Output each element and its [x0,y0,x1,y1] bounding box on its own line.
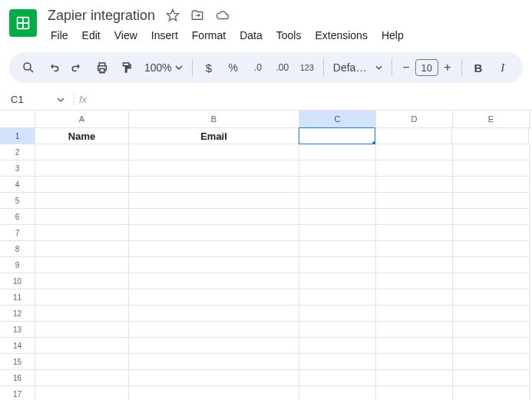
cell-C13[interactable] [299,322,376,338]
name-box-dropdown-icon[interactable] [52,96,69,104]
cell-B1[interactable]: Email [129,128,299,144]
cell-A1[interactable]: Name [35,128,129,144]
row-header-16[interactable]: 16 [0,370,35,386]
cell-E2[interactable] [453,144,530,160]
cell-C15[interactable] [299,354,376,370]
cell-D10[interactable] [376,273,453,289]
cell-A5[interactable] [35,193,129,209]
row-header-9[interactable]: 9 [0,257,35,273]
cell-B2[interactable] [129,144,299,160]
cell-E14[interactable] [453,338,530,354]
cell-B13[interactable] [129,322,299,338]
column-header-E[interactable]: E [453,111,530,127]
cell-D16[interactable] [376,370,453,386]
cell-D11[interactable] [376,289,453,306]
row-header-17[interactable]: 17 [0,386,35,400]
search-icon[interactable] [17,56,40,79]
cell-D3[interactable] [376,160,453,177]
column-header-A[interactable]: A [35,111,129,127]
cell-E15[interactable] [453,354,530,370]
cell-D8[interactable] [376,241,453,257]
cell-A9[interactable] [35,257,129,273]
font-size-input[interactable] [415,59,438,76]
cell-B7[interactable] [129,225,299,241]
more-formats-icon[interactable]: 123 [296,56,319,79]
menu-insert[interactable]: Insert [145,26,184,45]
cell-E8[interactable] [453,241,530,257]
cell-E3[interactable] [453,160,530,177]
cell-A6[interactable] [35,209,129,225]
menu-extensions[interactable]: Extensions [309,26,373,45]
cell-B14[interactable] [129,338,299,354]
row-header-10[interactable]: 10 [0,273,35,289]
formula-input[interactable] [91,89,532,110]
zoom-select[interactable]: 100% [140,61,187,74]
cell-E4[interactable] [453,177,530,193]
cell-D1[interactable] [375,128,452,144]
row-header-3[interactable]: 3 [0,160,35,177]
cell-A14[interactable] [35,338,129,354]
cell-B9[interactable] [129,257,299,273]
cell-C5[interactable] [299,193,376,209]
cell-E17[interactable] [453,386,530,400]
cell-A3[interactable] [35,160,129,177]
cell-E12[interactable] [453,306,530,322]
cell-C14[interactable] [299,338,376,354]
cell-A16[interactable] [35,370,129,386]
cell-D15[interactable] [376,354,453,370]
cell-B12[interactable] [129,306,299,322]
cell-C8[interactable] [299,241,376,257]
row-header-14[interactable]: 14 [0,338,35,354]
increase-decimal-icon[interactable]: .00 [271,56,294,79]
menu-format[interactable]: Format [186,26,232,45]
cell-B16[interactable] [129,370,299,386]
cell-E16[interactable] [453,370,530,386]
undo-icon[interactable] [41,56,64,79]
cell-B4[interactable] [129,177,299,193]
decrease-decimal-icon[interactable]: .0 [246,56,269,79]
cell-C3[interactable] [299,160,376,177]
row-header-2[interactable]: 2 [0,144,35,160]
cell-A7[interactable] [35,225,129,241]
percent-icon[interactable]: % [222,56,245,79]
cell-C12[interactable] [299,306,376,322]
cell-C9[interactable] [299,257,376,273]
menu-view[interactable]: View [108,26,144,45]
cell-C17[interactable] [299,386,376,400]
decrease-font-size-button[interactable]: − [397,58,415,77]
cell-D9[interactable] [376,257,453,273]
cell-D5[interactable] [376,193,453,209]
cell-B17[interactable] [129,386,299,400]
row-header-15[interactable]: 15 [0,354,35,370]
font-select[interactable]: Defaul… [329,61,387,74]
cell-D14[interactable] [376,338,453,354]
document-title[interactable]: Zapier integration [45,6,158,25]
cell-D6[interactable] [376,209,453,225]
cell-C16[interactable] [299,370,376,386]
cell-D13[interactable] [376,322,453,338]
increase-font-size-button[interactable]: + [438,58,457,77]
cell-B10[interactable] [129,273,299,289]
redo-icon[interactable] [66,56,89,79]
row-header-7[interactable]: 7 [0,225,35,241]
cell-B11[interactable] [129,289,299,306]
row-header-6[interactable]: 6 [0,209,35,225]
cell-E10[interactable] [453,273,530,289]
cell-E11[interactable] [453,289,530,306]
bold-button[interactable]: B [467,56,490,79]
cell-D17[interactable] [376,386,453,400]
cell-B3[interactable] [129,160,299,177]
paint-format-icon[interactable] [115,56,138,79]
row-header-8[interactable]: 8 [0,241,35,257]
row-header-5[interactable]: 5 [0,193,35,209]
cell-E13[interactable] [453,322,530,338]
menu-file[interactable]: File [45,26,74,45]
column-header-C[interactable]: C [299,111,376,127]
name-box[interactable]: C1 [6,94,52,105]
currency-icon[interactable]: $ [197,56,220,79]
cell-C1[interactable] [299,127,375,144]
cell-C2[interactable] [299,144,376,160]
cell-A11[interactable] [35,289,129,306]
menu-data[interactable]: Data [233,26,269,45]
row-header-12[interactable]: 12 [0,306,35,322]
